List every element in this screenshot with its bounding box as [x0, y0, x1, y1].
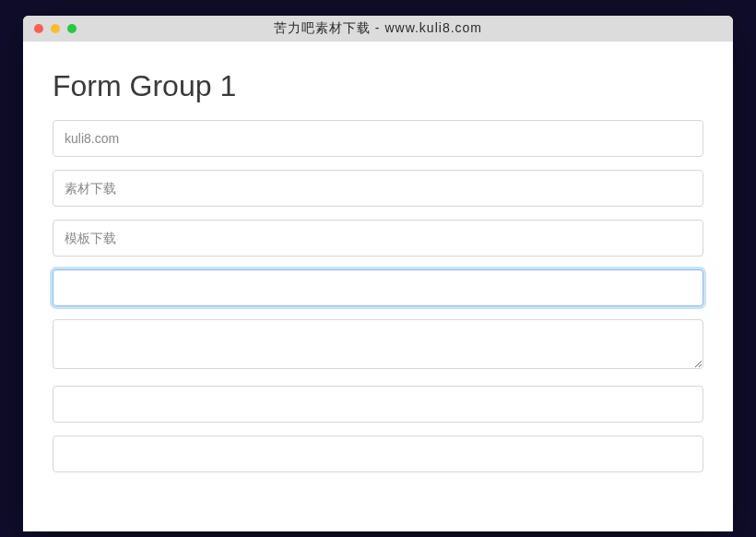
maximize-icon[interactable] — [67, 24, 77, 33]
text-input-4[interactable] — [53, 269, 703, 306]
text-input-6[interactable] — [53, 436, 703, 472]
text-input-5[interactable] — [53, 386, 703, 423]
app-window: 苦力吧素材下载 - www.kuli8.com Form Group 1 — [23, 16, 733, 531]
traffic-lights — [34, 24, 77, 33]
form-content: Form Group 1 — [23, 42, 733, 531]
text-input-3[interactable] — [53, 220, 703, 257]
titlebar: 苦力吧素材下载 - www.kuli8.com — [23, 16, 733, 42]
window-title: 苦力吧素材下载 - www.kuli8.com — [34, 20, 722, 37]
minimize-icon[interactable] — [51, 24, 60, 33]
text-input-1[interactable] — [53, 120, 703, 157]
textarea-1[interactable] — [53, 319, 703, 369]
close-icon[interactable] — [34, 24, 43, 33]
text-input-2[interactable] — [53, 170, 703, 207]
form-heading: Form Group 1 — [53, 69, 703, 103]
